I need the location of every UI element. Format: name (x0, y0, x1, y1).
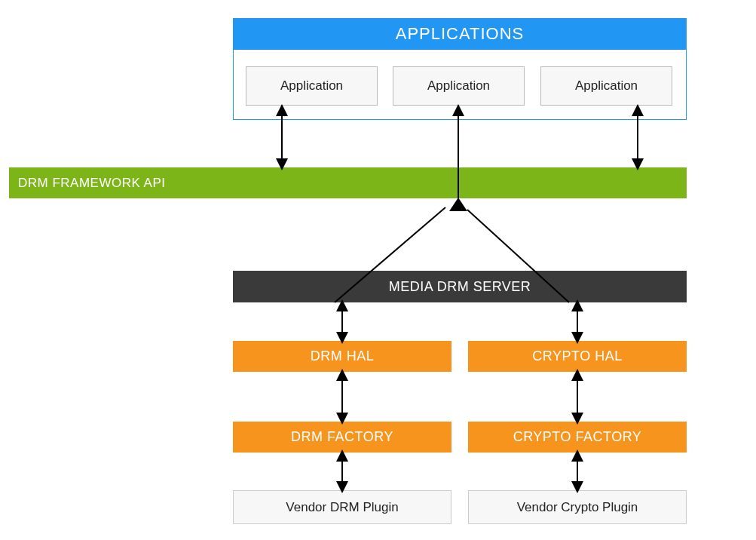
media-drm-server-box: MEDIA DRM SERVER (233, 271, 687, 302)
application-box-2: Application (393, 66, 525, 106)
application-box-1: Application (246, 66, 378, 106)
drm-framework-api-bar: DRM FRAMEWORK API (9, 167, 687, 198)
applications-header: APPLICATIONS (233, 18, 687, 50)
drm-factory-box: DRM FACTORY (233, 422, 451, 453)
vendor-crypto-plugin-box: Vendor Crypto Plugin (468, 490, 687, 524)
crypto-factory-box: CRYPTO FACTORY (468, 422, 687, 453)
big-arrowhead-up (449, 198, 467, 211)
crypto-hal-box: CRYPTO HAL (468, 341, 687, 372)
drm-architecture-diagram: APPLICATIONS Application Application App… (0, 0, 756, 540)
drm-hal-box: DRM HAL (233, 341, 451, 372)
application-box-3: Application (540, 66, 672, 106)
vendor-drm-plugin-box: Vendor DRM Plugin (233, 490, 451, 524)
